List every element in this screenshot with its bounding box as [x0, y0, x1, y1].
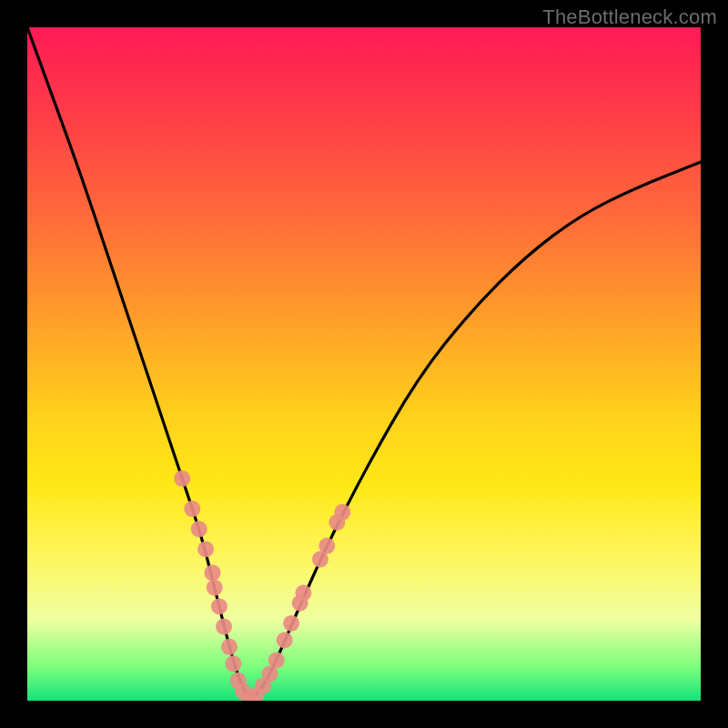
highlight-point [205, 564, 221, 581]
highlight-point [277, 632, 293, 648]
highlight-point [197, 541, 214, 558]
highlight-point [207, 580, 223, 596]
bottleneck-curve [27, 27, 701, 697]
highlight-point [216, 619, 232, 635]
highlight-point [211, 598, 228, 614]
highlight-point [318, 538, 335, 554]
chart-frame: TheBottleneck.com [0, 0, 728, 728]
highlight-point [191, 521, 207, 537]
watermark-text: TheBottleneck.com [542, 5, 717, 29]
highlight-point [184, 500, 200, 517]
highlight-point [268, 652, 285, 669]
highlight-point [174, 470, 190, 487]
highlight-point [283, 615, 299, 632]
highlight-point [221, 639, 238, 655]
highlight-point [295, 585, 311, 602]
highlight-point [225, 655, 241, 672]
highlight-point [334, 504, 350, 521]
chart-svg [27, 27, 701, 701]
plot-area [27, 27, 701, 701]
